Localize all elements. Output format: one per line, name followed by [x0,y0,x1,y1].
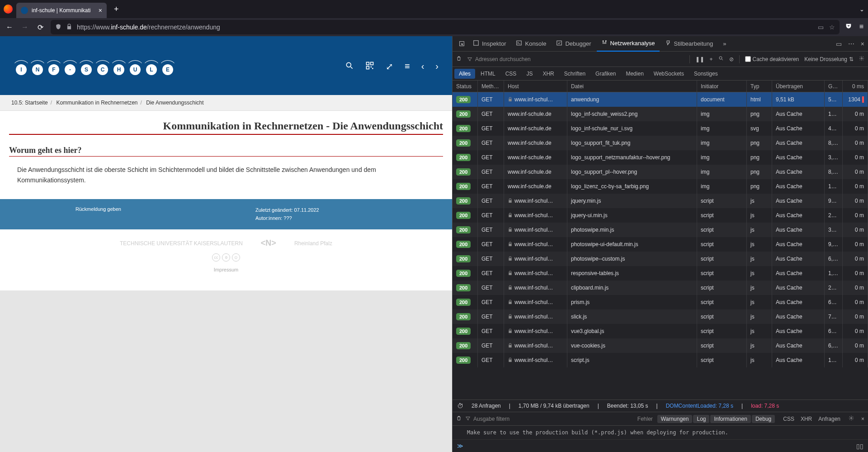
network-row[interactable]: 200GETwww.inf-schul…anwendungdocumenthtm… [453,92,868,107]
network-row[interactable]: 200GETwww.inf-schule.delogo_inf-schule_n… [453,121,868,136]
col-waterfall[interactable]: 0 ms [843,81,868,92]
console-filter-input[interactable]: Ausgabe filtern [465,416,630,422]
split-console-icon[interactable]: ▯▯ [856,442,863,450]
col-status[interactable]: Status [453,81,478,92]
col-method[interactable]: Meth… [478,81,504,92]
devtools-tab-konsole[interactable]: Konsole [511,36,551,52]
console-prompt[interactable]: ≫ ▯▯ [453,439,868,452]
filter-tab-xhr[interactable]: XHR [538,69,558,79]
expand-icon[interactable]: ⤢ [386,61,393,72]
pause-icon[interactable]: ❚❚ [695,56,704,62]
network-row[interactable]: 200GETwww.inf-schule.delogo_support_netz… [453,150,868,165]
filter-tab-alles[interactable]: Alles [454,69,475,79]
devtools-tab-stilbearbeitung[interactable]: Stilbearbeitung [660,36,718,52]
network-row[interactable]: 200GETwww.inf-schul…photoswipe.min.jsscr… [453,223,868,237]
console-close-icon[interactable]: × [861,416,864,422]
back-button[interactable]: ← [5,23,14,31]
console-requests[interactable]: Anfragen [818,416,840,422]
level-debug[interactable]: Debug [752,415,775,423]
tabs-overflow-icon[interactable]: ⌄ [859,6,864,13]
network-row[interactable]: 200GETwww.inf-schule.delogo_support_fit_… [453,136,868,150]
col-host[interactable]: Host [504,81,567,92]
cache-disable-checkbox[interactable]: Cache deaktivieren [745,56,799,62]
tab-close-icon[interactable]: × [99,7,102,14]
network-row[interactable]: 200GETwww.inf-schul…photoswipe-ui-defaul… [453,237,868,252]
clear-icon[interactable] [456,56,462,62]
network-row[interactable]: 200GETwww.inf-schule.delogo_inf-schule_w… [453,107,868,121]
forward-button[interactable]: → [20,23,30,31]
console-xhr[interactable]: XHR [801,416,812,422]
perf-icon[interactable]: ⏱ [457,402,463,409]
devtools-overflow-icon[interactable]: » [718,36,731,52]
devtools-picker-icon[interactable] [456,36,467,52]
network-row[interactable]: 200GETwww.inf-schul…clipboard.min.jsscri… [453,281,868,295]
pocket-icon[interactable] [845,23,852,32]
filter-tab-sonstiges[interactable]: Sonstiges [689,69,722,79]
col-type[interactable]: Typ [747,81,772,92]
url-filter-input[interactable]: Adressen durchsuchen [467,56,684,62]
sponsor-logo[interactable]: <N> [261,238,276,248]
col-initiator[interactable]: Initiator [697,81,747,92]
network-row[interactable]: 200GETwww.inf-schul…photoswipe--custom.j… [453,252,868,266]
network-row[interactable]: 200GETwww.inf-schul…vue3.global.jsscript… [453,324,868,338]
shield-icon[interactable] [55,24,61,31]
qr-icon[interactable] [365,61,374,72]
network-row[interactable]: 200GETwww.inf-schul…vue-cookies.jsscript… [453,338,868,353]
devtools-menu-icon[interactable]: ⋯ [848,40,854,48]
breadcrumb-item[interactable]: Die Anwendungsschicht [145,100,204,106]
search-icon[interactable] [345,61,354,72]
filter-tab-js[interactable]: JS [522,69,537,79]
devtools-tab-netzwerkanalyse[interactable]: Netzwerkanalyse [597,36,660,52]
devtools-tab-debugger[interactable]: Debugger [552,36,595,52]
filter-tab-html[interactable]: HTML [476,69,500,79]
filter-tab-websockets[interactable]: WebSockets [649,69,689,79]
network-row[interactable]: 200GETwww.inf-schul…responsive-tables.js… [453,266,868,281]
col-transferred[interactable]: Übertragen [772,81,825,92]
url-bar[interactable]: https://www.inf-schule.de/rechnernetze/a… [51,20,840,34]
clear-console-icon[interactable] [456,415,462,422]
filter-tab-medien[interactable]: Medien [621,69,648,79]
console-settings-icon[interactable] [849,415,854,422]
lock-icon[interactable] [66,24,72,31]
network-row[interactable]: 200GETwww.inf-schul…prism.jsscriptjsAus … [453,295,868,309]
network-table-header[interactable]: Status Meth… Host Datei Initiator Typ Üb… [453,81,868,92]
reload-button[interactable]: ⟳ [35,23,45,32]
network-row[interactable]: 200GETwww.inf-schul…jquery.min.jsscriptj… [453,194,868,208]
feedback-link[interactable]: Rückmeldung geben [75,206,121,212]
level-fehler[interactable]: Fehler [634,415,656,423]
cc-license[interactable]: cc🄯⊙ [0,253,452,262]
level-info[interactable]: Informationen [710,415,750,423]
level-warnungen[interactable]: Warnungen [657,415,693,423]
throttle-select[interactable]: Keine Drosselung ⇅ [804,56,854,62]
reader-mode-icon[interactable]: ▭ [818,24,824,31]
col-size[interactable]: G… [825,81,843,92]
filter-tab-schriften[interactable]: Schriften [560,69,590,79]
breadcrumb-item[interactable]: Kommunikation in Rechnernetzen [55,100,137,106]
search-icon[interactable] [718,56,724,62]
settings-gear-icon[interactable] [859,56,864,62]
menu-button[interactable]: ≡ [859,23,863,32]
bookmark-icon[interactable]: ☆ [829,24,835,31]
responsive-mode-icon[interactable]: ▭ [836,40,842,48]
network-row[interactable]: 200GETwww.inf-schul…jquery-ui.min.jsscri… [453,208,868,223]
prev-chapter-icon[interactable]: ‹ [421,61,425,72]
impressum-link[interactable]: Impressum [0,267,452,272]
devtools-tab-inspektor[interactable]: Inspektor [468,36,510,52]
filter-tab-grafiken[interactable]: Grafiken [591,69,620,79]
network-row[interactable]: 200GETwww.inf-schul…slick.jsscriptjsAus … [453,309,868,324]
console-css[interactable]: CSS [783,416,794,422]
sponsor-logo[interactable]: Rheinland Pfalz [294,240,332,247]
devtools-close-icon[interactable]: × [861,40,864,48]
add-icon[interactable]: + [710,56,713,62]
hamburger-icon[interactable]: ≡ [405,61,410,72]
sponsor-logo[interactable]: TECHNISCHE UNIVERSITÄT KAISERSLAUTERN [120,240,243,247]
block-icon[interactable]: ⊘ [729,56,734,62]
site-logo[interactable]: INF-SCHULE [16,64,173,75]
network-row[interactable]: 200GETwww.inf-schule.delogo_lizenz_cc-by… [453,179,868,194]
level-log[interactable]: Log [693,415,709,423]
col-file[interactable]: Datei [567,81,697,92]
network-row[interactable]: 200GETwww.inf-schul…script.jsscriptjsAus… [453,353,868,367]
browser-tab[interactable]: inf-schule | Kommunikati × [16,3,107,18]
breadcrumb-item[interactable]: Startseite [25,100,48,106]
filter-tab-css[interactable]: CSS [501,69,521,79]
